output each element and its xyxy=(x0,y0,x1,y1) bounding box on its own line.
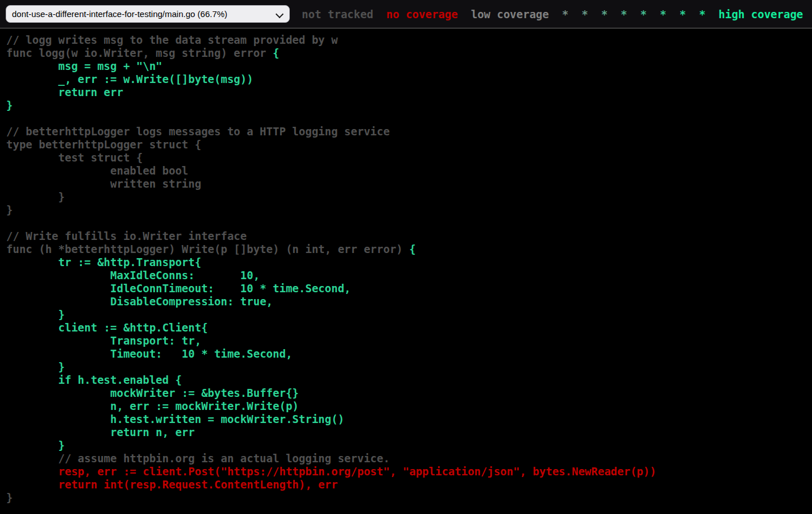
topbar: dont-use-a-different-interface-for-testi… xyxy=(0,0,812,28)
code-segment-cov: client := &http.Client{ xyxy=(6,321,208,334)
code-line: _, err := w.Write([]byte(msg)) xyxy=(6,73,812,86)
code-line: // Write fulfills io.Writer interface xyxy=(6,230,812,243)
code-line: return int(resp.Request.ContentLength), … xyxy=(6,478,812,491)
code-line: } xyxy=(6,439,812,452)
code-segment-plain: test struct { xyxy=(6,151,143,164)
code-line: msg = msg + "\n" xyxy=(6,60,812,73)
legend-item: high coverage xyxy=(719,8,803,20)
code-segment-plain: written string xyxy=(6,177,201,190)
code-segment-cov: if h.test.enabled { xyxy=(6,374,182,386)
code-view: // logg writes msg to the data stream pr… xyxy=(0,28,812,504)
file-select-wrap: dont-use-a-different-interface-for-testi… xyxy=(6,5,290,23)
code-line: type betterhttpLogger struct { xyxy=(6,138,812,151)
code-line: n, err := mockWriter.Write(p) xyxy=(6,400,812,413)
code-line: } xyxy=(6,190,812,204)
code-line: // betterhttpLogger logs messages to a H… xyxy=(6,125,812,138)
legend-item: * xyxy=(680,8,686,20)
code-line: func logg(w io.Writer, msg string) error… xyxy=(6,47,812,60)
code-line: func (h *betterhttpLogger) Write(p []byt… xyxy=(6,243,812,256)
code-segment-cov: } xyxy=(6,360,65,373)
code-segment-plain: func (h *betterhttpLogger) Write(p []byt… xyxy=(6,243,409,255)
code-line: } xyxy=(6,360,812,374)
code-segment-cov: DisableCompression: true, xyxy=(6,295,273,308)
code-segment-cov: } xyxy=(6,99,13,111)
code-line xyxy=(6,217,812,230)
code-segment-cov: Timeout: 10 * time.Second, xyxy=(6,347,292,360)
code-segment-cov: MaxIdleConns: 10, xyxy=(6,269,260,281)
code-line: MaxIdleConns: 10, xyxy=(6,269,812,282)
code-segment-plain: } xyxy=(6,204,13,216)
code-line: Transport: tr, xyxy=(6,334,812,347)
legend-item: * xyxy=(660,8,666,20)
code-segment-cov: mockWriter := &bytes.Buffer{} xyxy=(6,387,299,399)
code-line: // assume httpbin.org is an actual loggi… xyxy=(6,452,812,465)
code-segment-cov: Transport: tr, xyxy=(6,334,201,347)
code-segment-cov0: return int(resp.Request.ContentLength), … xyxy=(6,478,338,491)
code-line: h.test.written = mockWriter.String() xyxy=(6,413,812,426)
legend-item: low coverage xyxy=(471,8,549,20)
code-segment-plain: } xyxy=(6,190,65,203)
legend-item: not tracked xyxy=(302,8,373,20)
legend-item: * xyxy=(562,8,568,20)
file-select[interactable]: dont-use-a-different-interface-for-testi… xyxy=(6,5,290,23)
code-segment-plain: // assume httpbin.org is an actual loggi… xyxy=(6,452,390,465)
code-segment-cov: { xyxy=(273,47,279,59)
code-segment-cov: } xyxy=(6,308,65,321)
legend-item: no coverage xyxy=(386,8,458,20)
code-line: written string xyxy=(6,177,812,190)
code-segment-cov: h.test.written = mockWriter.String() xyxy=(6,413,344,425)
code-segment-plain: } xyxy=(6,491,13,504)
code-line: DisableCompression: true, xyxy=(6,295,812,308)
code-segment-plain: // Write fulfills io.Writer interface xyxy=(6,230,247,242)
code-segment-cov: IdleConnTimeout: 10 * time.Second, xyxy=(6,282,351,295)
code-line: Timeout: 10 * time.Second, xyxy=(6,347,812,360)
code-segment-cov: } xyxy=(6,439,65,451)
code-segment-cov0: resp, err := client.Post("https://httpbi… xyxy=(6,465,656,478)
code-segment-plain: type betterhttpLogger struct { xyxy=(6,138,201,151)
code-line: return n, err xyxy=(6,426,812,439)
code-segment-cov: tr := &http.Transport{ xyxy=(6,256,201,268)
code-segment-cov: { xyxy=(409,243,415,255)
code-line: resp, err := client.Post("https://httpbi… xyxy=(6,465,812,478)
code-line: tr := &http.Transport{ xyxy=(6,256,812,269)
coverage-legend: not trackedno coveragelow coverage******… xyxy=(302,8,803,20)
code-line: client := &http.Client{ xyxy=(6,321,812,334)
code-line: test struct { xyxy=(6,151,812,164)
code-line: IdleConnTimeout: 10 * time.Second, xyxy=(6,282,812,295)
code-line: // logg writes msg to the data stream pr… xyxy=(6,34,812,47)
code-line xyxy=(6,112,812,125)
code-line: } xyxy=(6,491,812,504)
code-line: if h.test.enabled { xyxy=(6,374,812,387)
code-segment-cov: n, err := mockWriter.Write(p) xyxy=(6,400,299,412)
code-line: mockWriter := &bytes.Buffer{} xyxy=(6,387,812,400)
code-line: } xyxy=(6,308,812,321)
code-line: enabled bool xyxy=(6,164,812,177)
legend-item: * xyxy=(601,8,607,20)
code-segment-cov: return n, err xyxy=(6,426,195,438)
code-line: return err xyxy=(6,86,812,99)
code-line: } xyxy=(6,99,812,112)
code-segment-plain: // betterhttpLogger logs messages to a H… xyxy=(6,125,390,138)
code-segment-cov: msg = msg + "\n" xyxy=(6,60,163,72)
code-segment-plain: // logg writes msg to the data stream pr… xyxy=(6,34,338,46)
legend-item: * xyxy=(640,8,647,20)
code-segment-cov: _, err := w.Write([]byte(msg)) xyxy=(6,73,253,85)
legend-item: * xyxy=(699,8,705,20)
legend-item: * xyxy=(581,8,588,20)
code-segment-cov: return err xyxy=(6,86,123,98)
code-segment-plain: enabled bool xyxy=(6,164,188,177)
legend-item: * xyxy=(621,8,627,20)
code-line: } xyxy=(6,204,812,217)
code-segment-plain: func logg(w io.Writer, msg string) error xyxy=(6,47,273,59)
